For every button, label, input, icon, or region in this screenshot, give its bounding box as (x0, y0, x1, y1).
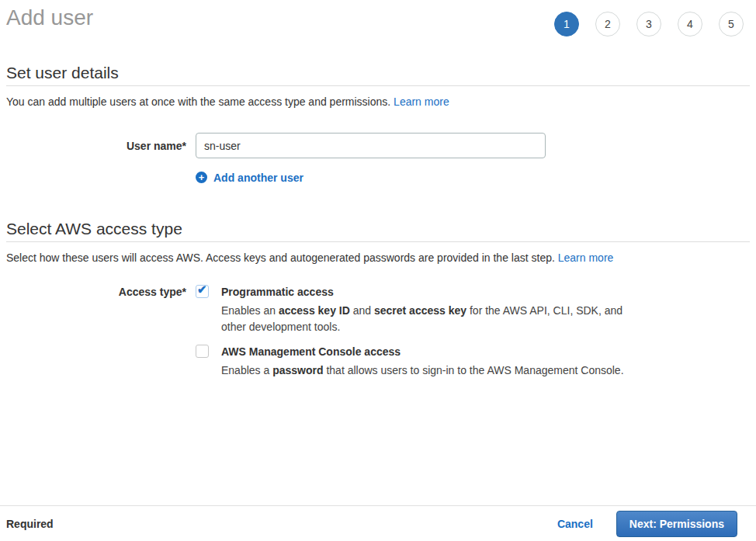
console-access-body: AWS Management Console access Enables a … (221, 344, 624, 379)
user-name-label: User name* (6, 140, 186, 152)
console-access-description: Enables a password that allows users to … (221, 362, 624, 379)
access-type-learn-more-link[interactable]: Learn more (558, 251, 614, 264)
programmatic-access-description: Enables an access key ID and secret acce… (221, 303, 631, 335)
add-another-user-button[interactable]: + Add another user (196, 172, 303, 184)
wizard-step-indicator: 1 2 3 4 5 (554, 12, 744, 36)
console-access-title: AWS Management Console access (221, 344, 624, 359)
user-name-input[interactable] (196, 133, 546, 158)
set-user-details-heading: Set user details (6, 64, 750, 86)
step-indicator-2: 2 (595, 12, 620, 36)
cancel-button[interactable]: Cancel (557, 518, 593, 530)
console-access-option: AWS Management Console access Enables a … (196, 344, 750, 379)
user-details-learn-more-link[interactable]: Learn more (394, 95, 449, 108)
required-label: Required (6, 518, 54, 530)
step-indicator-3: 3 (636, 12, 661, 36)
add-user-page: Add user 1 2 3 4 5 Set user details You … (0, 0, 756, 541)
access-type-options: ✔ Programmatic access Enables an access … (196, 284, 750, 379)
access-type-heading: Select AWS access type (6, 220, 750, 242)
add-another-user-row: + Add another user (196, 170, 750, 184)
access-type-label: Access type* (6, 284, 186, 300)
add-another-user-label: Add another user (213, 172, 303, 184)
user-details-intro: You can add multiple users at once with … (6, 95, 750, 109)
page-title: Add user (6, 5, 93, 31)
programmatic-access-option: ✔ Programmatic access Enables an access … (196, 284, 750, 335)
footer-actions: Cancel Next: Permissions (557, 511, 737, 537)
access-type-row: Access type* ✔ Programmatic access Enabl… (6, 284, 750, 379)
step-indicator-4: 4 (678, 12, 702, 36)
user-name-row: User name* (6, 133, 750, 158)
user-details-intro-text: You can add multiple users at once with … (6, 95, 390, 108)
main-content: Set user details You can add multiple us… (0, 64, 756, 379)
access-type-intro-text: Select how these users will access AWS. … (6, 251, 555, 264)
access-type-intro: Select how these users will access AWS. … (6, 251, 750, 265)
step-indicator-5: 5 (719, 12, 744, 36)
checkmark-icon: ✔ (197, 283, 207, 296)
programmatic-access-title: Programmatic access (221, 284, 631, 300)
step-indicator-1: 1 (554, 12, 579, 36)
programmatic-access-checkbox[interactable]: ✔ (196, 285, 209, 298)
plus-circle-icon: + (196, 172, 207, 183)
page-header: Add user 1 2 3 4 5 (0, 0, 756, 47)
programmatic-access-body: Programmatic access Enables an access ke… (221, 284, 631, 335)
console-access-checkbox[interactable] (196, 345, 209, 358)
wizard-footer: Required Cancel Next: Permissions (0, 505, 756, 541)
next-permissions-button[interactable]: Next: Permissions (616, 511, 737, 537)
